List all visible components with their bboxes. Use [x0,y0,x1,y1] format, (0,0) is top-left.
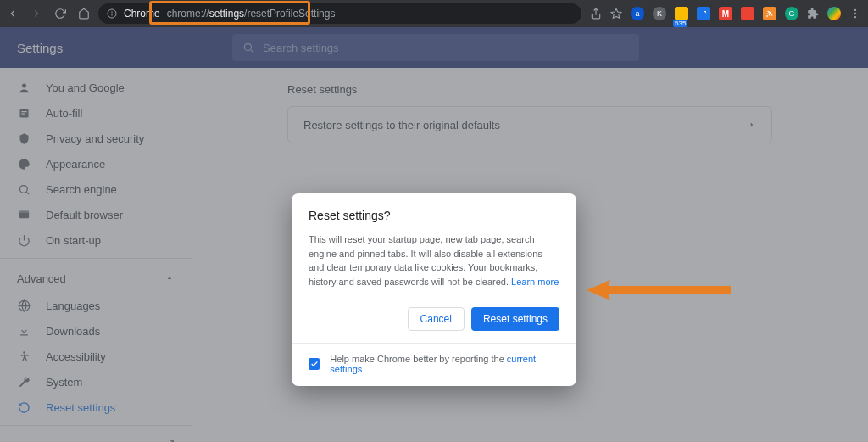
svg-point-6 [854,9,856,11]
share-icon[interactable] [590,8,602,20]
report-checkbox[interactable] [309,358,320,370]
address-bar[interactable]: Chrome chrome://settings/resetProfileSet… [98,3,581,24]
svg-marker-4 [611,8,621,18]
svg-point-5 [766,15,768,17]
extension-icon[interactable]: K [653,7,666,20]
svg-point-1 [111,11,113,13]
check-icon [310,360,319,368]
forward-icon[interactable] [31,8,42,20]
gmail-icon[interactable]: M [719,7,732,20]
cancel-button[interactable]: Cancel [408,307,465,331]
extension-bookmarks-icon[interactable]: 535 [675,7,688,20]
badge-count: 535 [673,20,687,27]
extensions-puzzle-icon[interactable] [807,8,819,20]
svg-point-7 [854,13,856,14]
reset-settings-dialog: Reset settings? This will reset your sta… [292,193,576,386]
extension-icon[interactable]: a [631,7,644,20]
svg-point-8 [854,16,856,18]
address-url: chrome://settings/resetProfileSettings [167,8,336,20]
toolbar-actions: a K 535 M G [590,7,861,20]
back-icon[interactable] [7,8,19,20]
learn-more-link[interactable]: Learn more [511,277,559,287]
extension-icon[interactable] [697,7,710,20]
menu-dots-icon[interactable] [849,8,861,20]
profile-avatar[interactable] [827,7,841,20]
dialog-actions: Cancel Reset settings [309,307,559,331]
nav-controls [7,8,90,20]
reload-icon[interactable] [54,8,66,20]
bookmark-star-icon[interactable] [610,8,622,20]
reset-settings-button[interactable]: Reset settings [471,307,559,331]
footer-text: Help make Chrome better by reporting the… [330,354,559,374]
address-origin-label: Chrome [124,8,160,20]
site-info-icon [107,8,117,19]
browser-toolbar: Chrome chrome://settings/resetProfileSet… [0,0,868,27]
dialog-footer: Help make Chrome better by reporting the… [309,354,559,374]
divider [292,343,576,344]
svg-rect-2 [112,14,113,16]
rss-icon[interactable] [763,7,776,20]
grammarly-icon[interactable]: G [785,7,798,20]
home-icon[interactable] [78,8,90,20]
dialog-body: This will reset your startup page, new t… [309,232,559,288]
dialog-title: Reset settings? [309,209,559,222]
extension-icon[interactable] [741,7,754,20]
